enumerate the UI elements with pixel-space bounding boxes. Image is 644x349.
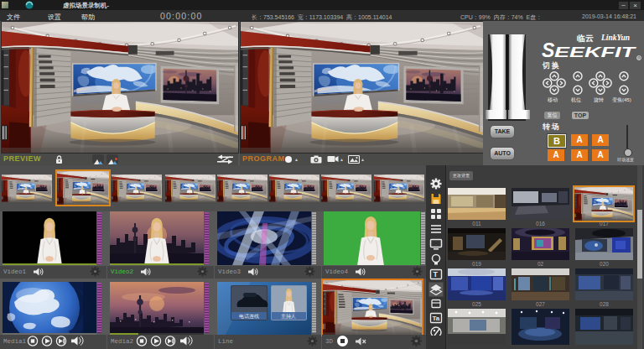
svg-text:T: T xyxy=(434,270,439,279)
svg-text:Ta: Ta xyxy=(433,315,440,322)
svg-text:主持人: 主持人 xyxy=(281,313,296,320)
svg-text:R: R xyxy=(638,57,641,60)
svg-text:电话连线: 电话连线 xyxy=(239,314,259,320)
svg-text:EEKFIT: EEKFIT xyxy=(554,44,637,60)
svg-text:S: S xyxy=(542,39,555,61)
